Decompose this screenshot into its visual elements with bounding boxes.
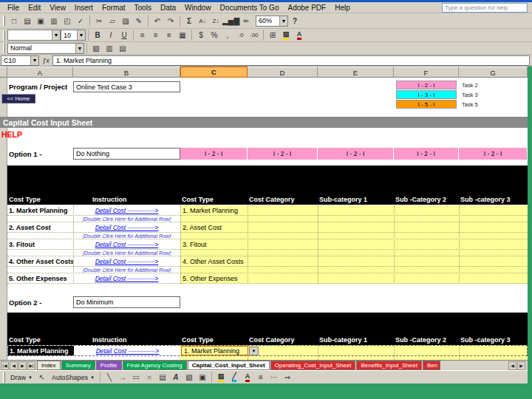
fill-color-icon[interactable]: ▨ — [279, 29, 293, 41]
tab-summary[interactable]: Summary — [61, 361, 95, 370]
style-tool-icon[interactable]: ▥ — [103, 42, 116, 55]
menu-data[interactable]: Data — [156, 4, 180, 12]
cost-type-cell[interactable]: 1. Market Planning — [7, 205, 73, 215]
cost-type-input-cell[interactable]: 2. Asset Cost — [180, 222, 248, 232]
menu-window[interactable]: Window — [180, 4, 216, 12]
cost-type-cell[interactable]: 3. Fitout — [7, 239, 73, 249]
oval-icon[interactable]: ○ — [143, 371, 156, 383]
option1-band-cell[interactable]: I - 2 - I — [248, 148, 318, 160]
fill-color-icon[interactable]: ▨ — [214, 371, 228, 383]
percent-icon[interactable]: % — [208, 29, 221, 41]
tab-final-agency-costing[interactable]: Final Agency Costing — [123, 361, 187, 370]
home-button[interactable]: << Home — [1, 94, 35, 103]
detail-cost-link[interactable]: Detail Cost -------------> — [74, 347, 181, 355]
autoshapes-menu-button[interactable]: AutoShapes▼ — [49, 372, 98, 383]
column-header-a[interactable]: A — [7, 66, 73, 78]
font-color-icon[interactable]: A — [241, 371, 254, 383]
wordart-icon[interactable]: A — [169, 371, 183, 383]
insert-function-icon[interactable]: ƒx — [39, 55, 52, 66]
drawing-icon[interactable]: ✏ — [239, 15, 253, 27]
draw-menu-button[interactable]: Draw▼ — [7, 372, 35, 383]
help-question-input[interactable] — [442, 3, 528, 13]
arrow-icon[interactable]: → — [116, 371, 129, 383]
copy-icon[interactable]: ▱ — [106, 15, 119, 27]
menu-edit[interactable]: Edit — [24, 4, 45, 12]
tab-profile[interactable]: Profile — [96, 361, 122, 370]
select-objects-icon[interactable]: ↖ — [35, 371, 49, 383]
chevron-down-icon[interactable]: ▼ — [77, 30, 85, 40]
formula-input[interactable]: 1. Market Planning — [52, 55, 530, 66]
tab-index[interactable]: Index — [37, 361, 61, 370]
last-sheet-icon[interactable]: ▶| — [27, 361, 35, 370]
active-cell-c10[interactable]: 1. Market Planning — [181, 346, 248, 355]
menu-help[interactable]: Help — [330, 4, 355, 12]
detail-cost-link[interactable]: Detail Cost -------------> — [73, 275, 180, 282]
zoom-control[interactable]: 60% ▼ — [256, 16, 288, 27]
tab-operating-cost-input-sheet[interactable]: Operating_Cost_Input_Sheet — [270, 361, 356, 370]
add-row-hint[interactable]: [Double Click Here for Additional Row] — [73, 250, 180, 256]
program-value-cell[interactable]: Online Test Case 3 — [73, 81, 180, 92]
new-document-icon[interactable]: □ — [7, 15, 21, 27]
chevron-down-icon[interactable]: ▼ — [75, 44, 83, 53]
scroll-left-icon[interactable]: ◀ — [508, 361, 516, 370]
add-row-hint[interactable]: [Double Click Here for Additional Row] — [73, 267, 180, 273]
first-sheet-icon[interactable]: |◀ — [1, 361, 9, 370]
dash-style-icon[interactable]: ⋯ — [267, 371, 281, 383]
tab-capital-cost-input-sheet[interactable]: Capital_Cost_Input_Sheet — [188, 361, 270, 370]
validation-dropdown-icon[interactable]: ▼ — [249, 347, 259, 355]
chevron-down-icon[interactable]: ▼ — [30, 56, 38, 65]
help-icon[interactable]: ? — [288, 15, 301, 27]
toolbar-handle[interactable] — [3, 30, 5, 41]
font-name-select[interactable]: ▼ — [7, 30, 61, 41]
cost-type-cell[interactable]: 1. Market Planning — [8, 346, 74, 355]
cost-type-input-cell[interactable]: 3. Fitout — [180, 239, 248, 249]
comma-style-icon[interactable]: , — [221, 29, 234, 41]
cost-type-cell[interactable]: 5. Other Expenses — [7, 273, 73, 283]
menu-format[interactable]: Format — [98, 4, 130, 12]
chevron-down-icon[interactable]: ▼ — [279, 16, 287, 26]
detail-cost-link[interactable]: Detail Cost -------------> — [73, 224, 180, 231]
font-color-icon[interactable]: A — [293, 29, 306, 41]
option2-value-cell[interactable]: Do Minimum — [73, 296, 180, 308]
print-icon[interactable]: ▥ — [47, 15, 61, 27]
tab-benefits-input-sheet[interactable]: Benefits_Input_Sheet — [356, 361, 422, 370]
cost-type-input-cell[interactable]: 1. Market Planning — [180, 205, 248, 215]
print-preview-icon[interactable]: ◰ — [61, 15, 74, 27]
align-center-icon[interactable]: ≡ — [149, 29, 163, 41]
insert-picture-icon[interactable]: ▣ — [196, 371, 209, 383]
format-painter-icon[interactable]: ✎ — [132, 15, 146, 27]
sort-descending-icon[interactable]: Z↓ — [209, 15, 222, 27]
paste-icon[interactable]: ▨ — [119, 15, 132, 27]
cost-type-input-cell[interactable]: 5. Other Expenses — [180, 273, 248, 283]
chart-wizard-icon[interactable]: ▂▅▇ — [222, 15, 239, 27]
menu-adobe-pdf[interactable]: Adobe PDF — [283, 4, 330, 12]
option1-band-cell[interactable]: I - 2 - I — [318, 148, 394, 160]
menu-documents-to-go[interactable]: Documents To Go — [216, 4, 284, 12]
merge-center-icon[interactable]: ▦ — [176, 29, 189, 41]
option1-value-cell[interactable]: Do Nothing — [73, 148, 180, 160]
column-header-g[interactable]: G — [459, 66, 528, 78]
tab-benefits-truncated[interactable]: Ben — [423, 361, 440, 370]
menu-view[interactable]: View — [45, 4, 70, 12]
redo-icon[interactable]: ↷ — [164, 15, 177, 27]
cost-type-cell[interactable]: 2. Asset Cost — [7, 222, 73, 232]
borders-icon[interactable]: ⊞ — [266, 29, 279, 41]
font-size-select[interactable]: 10 ▼ — [61, 30, 86, 41]
detail-cost-link[interactable]: Detail Cost -------------> — [73, 258, 180, 265]
italic-icon[interactable]: I — [104, 29, 117, 41]
option1-band-cell[interactable]: I - 2 - I — [180, 148, 248, 160]
undo-icon[interactable]: ↶ — [151, 15, 164, 27]
column-header-f[interactable]: F — [394, 66, 459, 78]
currency-icon[interactable]: $ — [194, 29, 208, 41]
align-right-icon[interactable]: ≡ — [163, 29, 176, 41]
sort-ascending-icon[interactable]: A↓ — [196, 15, 209, 27]
increase-decimal-icon[interactable]: .0 — [234, 29, 248, 41]
chevron-down-icon[interactable]: ▼ — [52, 30, 60, 40]
decrease-decimal-icon[interactable]: .00 — [248, 29, 261, 41]
line-color-icon[interactable]: ╱ — [228, 371, 241, 383]
autosum-icon[interactable]: Σ — [183, 15, 196, 27]
menu-file[interactable]: File — [3, 4, 24, 12]
line-icon[interactable]: ╲ — [103, 371, 116, 383]
underline-icon[interactable]: U — [117, 29, 131, 41]
arrow-style-icon[interactable]: ⇒ — [281, 371, 294, 383]
